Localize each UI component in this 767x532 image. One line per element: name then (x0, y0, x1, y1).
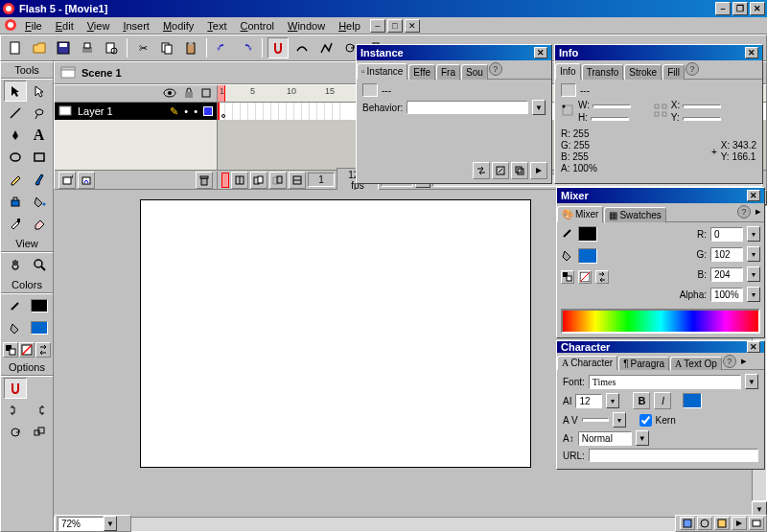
lasso-tool[interactable] (28, 103, 51, 124)
layer-outline-box[interactable] (203, 106, 213, 116)
redo-button[interactable] (236, 37, 257, 58)
mixer-alpha-field[interactable]: 100% (710, 288, 743, 302)
mixer-alpha-stepper[interactable]: ▾ (747, 287, 760, 302)
menu-modify[interactable]: Modify (157, 19, 199, 33)
add-guide-layer-button[interactable] (78, 172, 95, 189)
tracking-stepper[interactable]: ▾ (613, 412, 626, 428)
horizontal-scrollbar[interactable]: ◄ ► (54, 517, 752, 532)
app-close-button[interactable]: ✕ (405, 19, 420, 33)
snap-option[interactable] (4, 378, 27, 399)
menu-text[interactable]: Text (201, 19, 232, 33)
smooth-button[interactable] (291, 37, 313, 58)
hand-tool[interactable] (4, 254, 27, 275)
app-maximize-button[interactable]: □ (387, 19, 403, 33)
mixer-close-button[interactable]: ✕ (747, 190, 760, 201)
lock-icon[interactable] (184, 87, 194, 101)
tab-fill[interactable]: Fill (662, 64, 685, 81)
instance-close-button[interactable]: ✕ (534, 47, 547, 58)
tab-info[interactable]: Info (555, 63, 581, 80)
position-grid-icon[interactable] (654, 104, 667, 119)
edit-multiple-button[interactable] (289, 172, 306, 189)
tab-swatches[interactable]: ▦Swatches (604, 207, 665, 223)
character-menu-button[interactable]: ▸ (738, 355, 750, 369)
open-button[interactable] (29, 37, 50, 58)
mixer-r-stepper[interactable]: ▾ (747, 226, 760, 242)
mixer-b-stepper[interactable]: ▾ (747, 266, 760, 282)
info-y-field[interactable] (683, 117, 721, 121)
rectangle-tool[interactable] (28, 147, 51, 168)
save-button[interactable] (53, 37, 74, 58)
tab-effect[interactable]: Effe (408, 64, 435, 81)
position-select[interactable]: Normal (578, 431, 632, 446)
menu-edit[interactable]: Edit (50, 19, 80, 33)
arrow-tool[interactable] (4, 81, 27, 102)
bold-button[interactable]: B (633, 392, 650, 409)
launcher-movie-explorer[interactable] (697, 517, 712, 530)
swap-colors-button[interactable] (35, 342, 51, 358)
straighten-option[interactable] (28, 400, 51, 421)
mixer-help-button[interactable]: ? (737, 205, 751, 219)
tab-stroke[interactable]: Stroke (624, 64, 662, 81)
doc-close-button[interactable]: ✕ (750, 2, 765, 15)
print-preview-button[interactable] (101, 37, 122, 58)
menu-insert[interactable]: Insert (117, 19, 155, 33)
stroke-color-swatch[interactable] (28, 295, 51, 316)
default-colors-button[interactable] (3, 342, 18, 358)
tab-instance[interactable]: ▫Instance (357, 63, 407, 80)
tracking-field[interactable] (582, 418, 609, 422)
edit-symbol-button[interactable] (492, 162, 509, 179)
mixer-no-color[interactable] (578, 270, 592, 284)
italic-button[interactable]: I (654, 392, 671, 409)
font-size-field[interactable]: 12 (575, 394, 602, 408)
fill-color-swatch[interactable] (28, 317, 51, 338)
doc-minimize-button[interactable]: – (715, 2, 731, 15)
copy-button[interactable] (156, 37, 177, 58)
info-width-field[interactable] (593, 104, 631, 108)
swap-symbol-button[interactable] (473, 162, 490, 179)
url-field[interactable] (589, 449, 758, 462)
launcher-actions[interactable] (714, 517, 730, 530)
character-help-button[interactable]: ? (723, 355, 736, 368)
instance-help-button[interactable]: ? (489, 62, 502, 76)
text-tool[interactable]: A (28, 125, 51, 146)
character-close-button[interactable]: ✕ (747, 341, 760, 353)
undo-button[interactable] (212, 37, 233, 58)
new-button[interactable] (5, 37, 26, 58)
tab-frame[interactable]: Fra (436, 64, 460, 81)
show-hide-icon[interactable] (163, 88, 176, 100)
info-close-button[interactable]: ✕ (745, 47, 758, 58)
delete-layer-button[interactable] (196, 172, 213, 189)
mixer-swap-colors[interactable] (595, 270, 609, 284)
onion-outline-button[interactable] (269, 172, 287, 189)
add-layer-button[interactable]: + (58, 172, 76, 189)
print-button[interactable] (77, 37, 98, 58)
mixer-menu-button[interactable]: ▸ (753, 205, 764, 221)
behavior-dropdown-button[interactable]: ▼ (532, 100, 546, 115)
brush-tool[interactable] (28, 169, 51, 190)
straighten-button[interactable] (315, 37, 337, 58)
behavior-select[interactable] (407, 101, 528, 114)
font-dropdown-button[interactable]: ▼ (745, 374, 758, 389)
tab-text-options[interactable]: AText Op (670, 357, 722, 371)
menu-help[interactable]: Help (333, 19, 366, 33)
kern-checkbox[interactable] (639, 414, 652, 427)
edit-actions-button[interactable] (530, 162, 547, 179)
font-select[interactable]: Times (589, 375, 741, 389)
launcher-instance[interactable] (732, 517, 747, 530)
duplicate-symbol-button[interactable] (511, 162, 528, 179)
subselect-tool[interactable] (28, 81, 51, 102)
doc-restore-button[interactable]: ❐ (732, 2, 748, 15)
paint-bucket-tool[interactable] (28, 191, 51, 212)
stage-canvas[interactable] (140, 199, 531, 468)
scale-option[interactable] (28, 422, 51, 443)
position-dropdown-button[interactable]: ▼ (636, 430, 649, 446)
line-tool[interactable] (4, 103, 27, 124)
tab-transform[interactable]: Transfo (582, 64, 624, 81)
pencil-tool[interactable] (4, 169, 27, 190)
tab-mixer[interactable]: 🎨Mixer (557, 206, 603, 222)
mixer-default-colors[interactable] (561, 270, 574, 284)
pen-tool[interactable] (4, 125, 27, 146)
info-x-field[interactable] (683, 104, 721, 108)
registration-icon[interactable] (561, 104, 574, 119)
app-minimize-button[interactable]: – (370, 19, 385, 33)
